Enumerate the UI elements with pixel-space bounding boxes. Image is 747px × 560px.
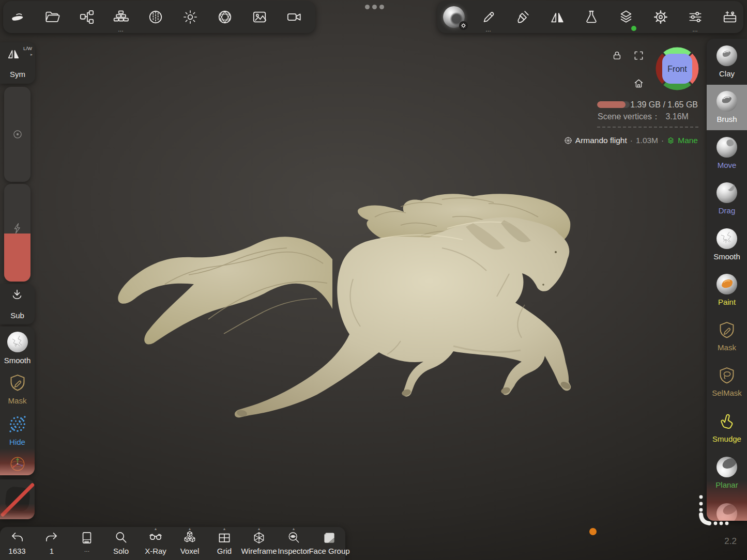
- wireframe-caret: ▲: [243, 527, 275, 531]
- top-left-toolbar: …: [3, 1, 315, 33]
- xray-button[interactable]: ▲ X-Ray: [140, 527, 172, 560]
- face-group-icon: [322, 531, 337, 545]
- stroke-button[interactable]: …: [474, 1, 503, 33]
- layer-icon: [667, 137, 675, 145]
- app-menu-button[interactable]: [3, 1, 32, 33]
- post-process-button[interactable]: [210, 1, 239, 33]
- tool-selmask-label: SelMask: [712, 388, 742, 397]
- tool-brush-selected[interactable]: Brush: [707, 85, 747, 131]
- tool-mask[interactable]: Mask: [707, 313, 747, 359]
- flask-icon: [584, 9, 599, 25]
- quick-mask-button[interactable]: Mask: [0, 373, 35, 405]
- paint-sphere-icon: [716, 274, 737, 294]
- tool-clay-label: Clay: [719, 69, 735, 78]
- tool-move-label: Move: [718, 161, 737, 169]
- topology-button[interactable]: …: [106, 1, 135, 33]
- grid-label: Grid: [217, 547, 232, 555]
- gizmo-tool-button[interactable]: [0, 455, 35, 473]
- image-icon: [252, 9, 267, 25]
- active-material-button[interactable]: [439, 1, 468, 33]
- solo-button[interactable]: Solo: [105, 527, 137, 560]
- layers-active-badge: [631, 26, 636, 31]
- transform-gizmo-icon: [8, 455, 27, 473]
- memory-text: 1.39 GB / 1.65 GB: [630, 100, 698, 110]
- tool-brush-label: Brush: [716, 115, 737, 123]
- tool-drag[interactable]: Drag: [707, 176, 747, 222]
- lab-button[interactable]: [577, 1, 606, 33]
- grid-caret: ▲: [208, 527, 240, 531]
- view-gizmo[interactable]: Front: [655, 47, 699, 90]
- symmetry-icon: [7, 47, 20, 60]
- smooth-sphere-icon: [716, 228, 737, 249]
- tool-paint[interactable]: Paint: [707, 268, 747, 314]
- brush-sphere-icon: [716, 91, 737, 112]
- home-icon: [634, 79, 644, 88]
- inspector-button[interactable]: ▲ Inspector: [278, 527, 310, 560]
- object-layer-name: Mane: [678, 136, 698, 145]
- smudge-finger-icon: [715, 409, 739, 433]
- quick-smooth-button[interactable]: Smooth: [0, 332, 35, 365]
- multitask-dot: [379, 5, 384, 9]
- home-view-button[interactable]: [634, 79, 644, 90]
- wireframe-button[interactable]: ▲ Wireframe: [243, 527, 275, 560]
- quick-hide-button[interactable]: Hide: [0, 414, 35, 446]
- scene-vertices-value: 3.16M: [665, 112, 688, 121]
- touch-cursor-dot: [589, 528, 597, 535]
- symmetry-button[interactable]: [543, 1, 572, 33]
- interface-more-dots: …: [681, 27, 710, 32]
- object-sep: ·: [630, 136, 633, 145]
- tool-selmask[interactable]: SelMask: [707, 359, 747, 405]
- symmetry-toggle-panel[interactable]: L/W ▸ Sym: [0, 42, 35, 84]
- sculpt-model-horse[interactable]: [111, 191, 571, 421]
- intensity-slider[interactable]: [4, 184, 31, 282]
- radius-slider[interactable]: [4, 87, 31, 182]
- history-book-icon: [80, 531, 94, 545]
- undo-button[interactable]: 1633: [1, 527, 33, 560]
- alpha-none-button[interactable]: [0, 479, 35, 519]
- folder-icon: [44, 9, 60, 25]
- multitask-dot: [365, 5, 370, 9]
- symmetry-expand-arrow: ▸: [31, 52, 33, 57]
- layers-icon: [618, 9, 634, 25]
- interface-button[interactable]: …: [681, 1, 710, 33]
- object-vertex-count: 1.03M: [636, 136, 658, 145]
- files-button[interactable]: [38, 1, 67, 33]
- sub-button[interactable]: Sub: [0, 284, 35, 324]
- aperture-icon: [217, 9, 233, 25]
- sun-icon: [182, 9, 198, 25]
- camera-button[interactable]: [280, 1, 309, 33]
- history-button[interactable]: …: [71, 527, 103, 560]
- inspector-caret: ▲: [278, 527, 310, 531]
- tool-move[interactable]: Move: [707, 130, 747, 176]
- tool-planar[interactable]: Planar: [707, 450, 747, 496]
- sidebar-scroll-hint[interactable]: [696, 492, 732, 528]
- settings-button[interactable]: [646, 1, 675, 33]
- grid-button[interactable]: ▲ Grid: [208, 527, 240, 560]
- falloff-button[interactable]: [508, 1, 537, 33]
- wireframe-label: Wireframe: [241, 547, 277, 555]
- voxel-button[interactable]: ▲ Voxel: [174, 527, 206, 560]
- scene-vertices-row: Scene vertices： 3.16M: [598, 112, 689, 122]
- tool-smudge[interactable]: Smudge: [707, 405, 747, 450]
- quick-hide-label: Hide: [9, 438, 25, 446]
- lock-view-button[interactable]: [612, 51, 622, 63]
- tool-clay[interactable]: Clay: [707, 39, 747, 85]
- lighting-button[interactable]: [176, 1, 205, 33]
- drag-sphere-icon: [716, 182, 737, 203]
- layers-button[interactable]: [612, 1, 641, 33]
- active-object-row[interactable]: Armando flight · 1.03M · Mane: [564, 136, 698, 145]
- inspector-eye-icon: [286, 531, 301, 545]
- voxel-caret: ▲: [174, 527, 206, 531]
- fullscreen-button[interactable]: [634, 51, 644, 63]
- tool-smooth[interactable]: Smooth: [707, 222, 747, 268]
- multitask-indicator[interactable]: [365, 5, 384, 9]
- redo-button[interactable]: 1: [36, 527, 68, 560]
- material-button[interactable]: [141, 1, 170, 33]
- face-group-button[interactable]: Face Group: [313, 527, 345, 560]
- xray-caret: ▲: [140, 527, 172, 531]
- toolbox-button[interactable]: [715, 1, 744, 33]
- nomad-sculpt-app: { "colors": { "selected_tool_bg": "#8d8d…: [0, 0, 747, 560]
- background-button[interactable]: [245, 1, 274, 33]
- mask-shield-icon: [717, 320, 737, 340]
- scene-graph-button[interactable]: [72, 1, 101, 33]
